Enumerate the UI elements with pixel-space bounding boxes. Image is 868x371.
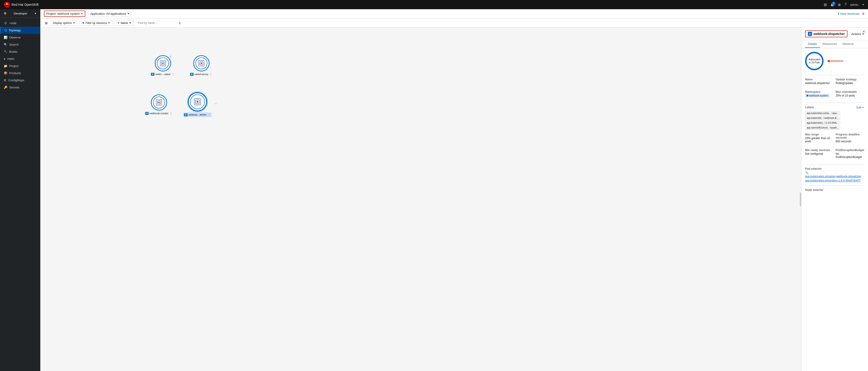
node-circle-order-ulator[interactable]: ↗ [155, 55, 171, 71]
brand-name: Red Hat OpenShift [11, 3, 39, 6]
name-filter-chevron[interactable]: ▼ [129, 22, 131, 24]
node-name-webhook-creator: webhook-creator [150, 112, 168, 115]
display-options-label: Display options [53, 22, 72, 25]
detail-name-label: Name [805, 78, 834, 81]
filter-by-resource-button[interactable]: ▼ Filter by resource ▼ [79, 20, 113, 26]
node-webhook-dispatcher[interactable]: → D webhoo...atcher ⋮ [183, 92, 212, 117]
node-order-ulator[interactable]: ↗ D order-...ulator ⋮ [151, 55, 175, 76]
autoscale-circle[interactable]: Autoscaledto 10 Pods [805, 52, 824, 70]
sidebar-item-helm[interactable]: ⎈ Helm [0, 55, 40, 62]
node-circle-webhook-creator[interactable] [151, 94, 167, 110]
sidebar-item-label-project: Project [9, 64, 19, 68]
list-view-icon[interactable]: ≡ [862, 12, 864, 16]
label-tag-3: app.openshift.io/runt...+quark... [805, 126, 840, 130]
node-menu-order-ulator[interactable]: ⋮ [172, 72, 175, 76]
sidebar-item-project[interactable]: 📁 Project [0, 62, 40, 70]
sidebar-item-products[interactable]: 📦 Products [0, 70, 40, 77]
project-icon: 📁 [4, 64, 7, 68]
svg-marker-14 [827, 60, 830, 62]
node-inner-camel-proxy [195, 57, 207, 69]
node-badge-webhook-dispatcher: D [184, 113, 188, 116]
plus-circle-icon[interactable]: ⊕ [838, 3, 841, 7]
side-panel: ✕ D webhook-dispatcher Actions ▼ [801, 28, 868, 371]
notification-bell[interactable]: 🔔 3 [831, 3, 834, 6]
divider-slash: / [177, 21, 178, 25]
pod-selector-link-1[interactable]: app.kubernetes.io/name=webhook-dispatche… [805, 174, 864, 178]
connector-arrow-dispatcher: → [214, 102, 217, 105]
node-camel-proxy[interactable]: D camel-proxy ⋮ [190, 55, 212, 76]
panel-tabs: Details Resources Observe [801, 40, 868, 48]
panel-title-box: D webhook-dispatcher [805, 30, 847, 37]
sidebar-item-add[interactable]: ➕ +Add [0, 20, 40, 27]
detail-pod-selector-label: Pod selector [805, 167, 864, 170]
sidebar-item-observe[interactable]: 📊 Observe [0, 34, 40, 41]
project-label: Project: webhook-system [46, 12, 80, 15]
divider-1 [805, 75, 864, 75]
project-dropdown-icon: ▼ [81, 12, 83, 15]
detail-max-surge: Max surge 25% greater than 10 pods [805, 133, 834, 143]
edit-label-text: Edit [857, 106, 861, 109]
node-inner-webhook-dispatcher [190, 94, 205, 109]
redhat-logo-icon [4, 1, 10, 8]
builds-icon: 🔨 [4, 50, 7, 54]
user-menu[interactable]: admin [850, 3, 858, 6]
user-dropdown-icon[interactable]: ▼ [862, 3, 864, 6]
labels-section: Labels Edit ✏ app.kubernetes.io/ma... +q… [805, 106, 864, 130]
find-by-name-input[interactable] [136, 21, 175, 26]
toolbar-info-icon[interactable]: ℹ [179, 21, 180, 25]
red-arrow-svg [827, 57, 846, 66]
node-icon-webhook-dispatcher [194, 98, 201, 105]
label-tag-2: app.kubernetes...=1.0.0-SNA... [805, 121, 840, 125]
node-menu-webhook-creator[interactable]: ⋮ [169, 111, 173, 115]
grid-icon[interactable]: ⊞ [824, 3, 827, 7]
helm-icon: ⎈ [4, 57, 5, 61]
tab-details[interactable]: Details [805, 40, 820, 48]
perspective-chevron: ▼ [34, 12, 37, 15]
name-filter-label: Name [121, 22, 128, 25]
view-shortcuts-link[interactable]: ℹ View shortcuts [838, 12, 859, 15]
node-circle-webhook-dispatcher[interactable] [188, 92, 207, 111]
detail-node-selector: Node selector [805, 189, 864, 192]
info-circle-icon: ℹ [838, 12, 839, 15]
tab-details-label: Details [808, 42, 817, 45]
pod-selector-link-2[interactable]: app.kubernetes.io/version=1.0.0-SNAPSHOT [805, 178, 864, 182]
topology-layout-icon[interactable]: ⊞ [44, 20, 49, 26]
tab-resources[interactable]: Resources [820, 40, 840, 48]
detail-update-strategy: Update strategy RollingUpdate [836, 78, 865, 85]
perspective-label: Developer [13, 12, 27, 15]
perspective-switcher[interactable]: ⚙ Developer ▼ [0, 9, 40, 18]
sidebar-item-label-configmaps: ConfigMaps [8, 78, 24, 82]
detail-max-unavailable: Max unavailable 25% of 10 pods [836, 90, 865, 97]
sidebar-item-secrets[interactable]: 🔑 Secrets [0, 84, 40, 91]
labels-edit-link[interactable]: Edit ✏ [857, 106, 864, 109]
detail-progress-value: 600 seconds [836, 140, 865, 143]
tab-resources-label: Resources [823, 42, 837, 45]
node-menu-camel-proxy[interactable]: ⋮ [209, 72, 212, 76]
sidebar: ⚙ Developer ▼ ➕ +Add ⬡ Topology 📊 Observ… [0, 9, 40, 371]
application-selector[interactable]: Application: All applications ▼ [88, 11, 131, 16]
label-tag-0: app.kubernetes.io/ma... +qua... [805, 111, 840, 115]
sidebar-item-configmaps[interactable]: ⚙ ConfigMaps [0, 77, 40, 84]
topology-canvas[interactable]: ↗ D order-...ulator ⋮ [40, 28, 801, 371]
label-tag-1: app.kubernete...+webhook-di... [805, 116, 840, 120]
node-name-camel-proxy: camel-proxy [194, 73, 208, 75]
detail-max-unavailable-value: 25% of 10 pods [836, 94, 865, 97]
configmaps-icon: ⚙ [4, 78, 6, 82]
node-label-webhook-dispatcher: D webhoo...atcher ⋮ [183, 112, 212, 117]
namespace-badge[interactable]: webhook-system [805, 94, 830, 97]
help-icon[interactable]: ? [844, 3, 846, 7]
divider-2 [805, 103, 864, 103]
autoscale-text: Autoscaledto 10 Pods [809, 58, 820, 64]
display-options-button[interactable]: Display options ▼ [51, 20, 78, 26]
sidebar-item-builds[interactable]: 🔨 Builds [0, 48, 40, 55]
namespace-dot [806, 95, 808, 97]
external-link-icon-order-ulator[interactable]: ↗ [169, 55, 171, 58]
node-webhook-creator[interactable]: D webhook-creator ⋮ [145, 94, 173, 115]
side-panel-close-btn[interactable]: ✕ [862, 30, 865, 34]
sidebar-item-topology[interactable]: ⬡ Topology [0, 27, 40, 34]
node-menu-webhook-dispatcher[interactable]: ⋮ [208, 113, 211, 116]
node-circle-camel-proxy[interactable] [193, 55, 210, 71]
sidebar-item-search[interactable]: 🔍 Search [0, 41, 40, 48]
project-selector[interactable]: Project: webhook-system ▼ [44, 10, 85, 17]
tab-observe[interactable]: Observe [840, 40, 857, 48]
